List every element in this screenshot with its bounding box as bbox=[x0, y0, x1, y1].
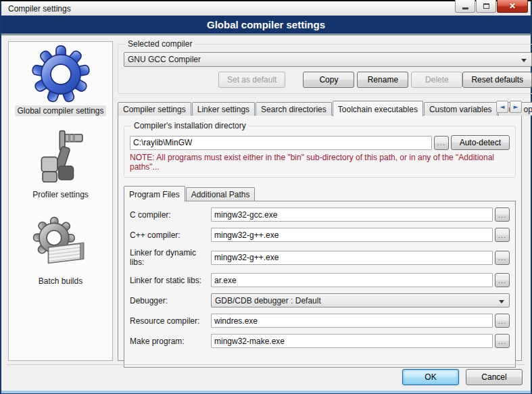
program-files-tab-strip: Program Files Additional Paths bbox=[124, 185, 516, 201]
c-compiler-row: C compiler: ... bbox=[130, 207, 510, 222]
compiler-select[interactable]: GNU GCC Compiler bbox=[124, 52, 532, 67]
c-compiler-input[interactable] bbox=[211, 207, 493, 222]
sidebar-item-profiler-settings[interactable]: Profiler settings bbox=[30, 128, 92, 200]
dynamic-linker-browse-button[interactable]: ... bbox=[495, 251, 510, 265]
debugger-select[interactable]: GDB/CDB debugger : Default bbox=[211, 293, 510, 307]
close-button[interactable]: ✕ bbox=[497, 0, 528, 13]
installation-directory-input[interactable] bbox=[130, 136, 432, 150]
make-program-input[interactable] bbox=[211, 334, 493, 348]
make-program-row: Make program: ... bbox=[130, 334, 510, 348]
settings-category-list: Global compiler settings bbox=[8, 41, 113, 361]
dynamic-linker-row: Linker for dynamic libs: ... bbox=[130, 248, 510, 267]
page-title: Global compiler settings bbox=[1, 16, 531, 34]
cpp-compiler-row: C++ compiler: ... bbox=[130, 228, 510, 242]
set-as-default-button: Set as default bbox=[218, 72, 285, 88]
rename-button[interactable]: Rename bbox=[357, 72, 408, 88]
debugger-select-value: GDB/CDB debugger : Default bbox=[215, 296, 321, 305]
tab-search-directories[interactable]: Search directories bbox=[256, 102, 332, 116]
selected-compiler-group-label: Selected compiler bbox=[125, 39, 195, 49]
installation-directory-row: ... Auto-detect bbox=[130, 135, 510, 150]
debugger-row: Debugger: GDB/CDB debugger : Default bbox=[130, 293, 510, 307]
gray-gear-papers-icon bbox=[30, 215, 92, 274]
dialog-content: Global compiler settings bbox=[1, 35, 531, 391]
tab-scroll-left-button[interactable]: ◄ bbox=[496, 101, 508, 113]
blue-gear-icon bbox=[30, 45, 92, 104]
selected-compiler-group: Selected compiler GNU GCC Compiler Set a… bbox=[118, 39, 532, 94]
static-linker-input[interactable] bbox=[211, 273, 493, 287]
cpp-compiler-input[interactable] bbox=[211, 228, 493, 242]
caliper-icon bbox=[30, 128, 92, 188]
compiler-select-value: GNU GCC Compiler bbox=[128, 55, 201, 64]
debugger-label: Debugger: bbox=[130, 296, 211, 305]
sidebar-item-label: Global compiler settings bbox=[15, 105, 105, 116]
window-title: Compiler settings bbox=[8, 4, 71, 14]
sidebar-item-global-compiler-settings[interactable]: Global compiler settings bbox=[15, 45, 105, 116]
sidebar-item-label: Batch builds bbox=[37, 276, 84, 287]
chevron-down-icon bbox=[499, 300, 504, 303]
minimize-button[interactable] bbox=[455, 0, 475, 13]
tab-scroll-buttons: ◄ ► bbox=[496, 101, 522, 113]
window-frame-edge bbox=[1, 391, 531, 393]
sidebar-item-label: Profiler settings bbox=[30, 189, 91, 200]
tab-toolchain-executables[interactable]: Toolchain executables bbox=[333, 101, 423, 116]
copy-button[interactable]: Copy bbox=[303, 72, 354, 88]
arrow-left-icon: ◄ bbox=[500, 103, 505, 110]
installation-directory-group-label: Compiler's installation directory bbox=[131, 121, 249, 130]
dynamic-linker-label: Linker for dynamic libs: bbox=[130, 248, 211, 267]
cpp-compiler-label: C++ compiler: bbox=[130, 230, 211, 240]
static-linker-browse-button[interactable]: ... bbox=[495, 273, 510, 287]
tab-scroll-right-button[interactable]: ► bbox=[510, 101, 522, 113]
dialog-footer: OK Cancel bbox=[7, 364, 525, 389]
c-compiler-label: C compiler: bbox=[130, 210, 211, 220]
cpp-compiler-browse-button[interactable]: ... bbox=[495, 228, 510, 242]
minimize-icon bbox=[462, 7, 468, 9]
resource-compiler-label: Resource compiler: bbox=[130, 316, 211, 326]
static-linker-label: Linker for static libs: bbox=[130, 276, 211, 285]
bin-subdirectory-note: NOTE: All programs must exist either in … bbox=[130, 153, 510, 172]
program-files-panel: C compiler: ... C++ compiler: ... Linker… bbox=[124, 201, 516, 368]
maximize-icon bbox=[483, 3, 489, 9]
ok-button[interactable]: OK bbox=[402, 369, 459, 385]
delete-button: Delete bbox=[411, 72, 462, 88]
window-controls: ✕ bbox=[454, 0, 528, 13]
tab-additional-paths[interactable]: Additional Paths bbox=[186, 187, 256, 201]
make-program-label: Make program: bbox=[130, 337, 211, 346]
resource-compiler-input[interactable] bbox=[211, 314, 493, 328]
titlebar[interactable]: Compiler settings bbox=[1, 1, 531, 16]
tab-custom-variables[interactable]: Custom variables bbox=[424, 102, 498, 116]
compiler-buttons-row: Set as default Copy Rename Delete Reset … bbox=[124, 72, 532, 88]
tab-compiler-settings[interactable]: Compiler settings bbox=[118, 102, 191, 116]
main-panel: Selected compiler GNU GCC Compiler Set a… bbox=[118, 39, 522, 361]
make-program-browse-button[interactable]: ... bbox=[495, 334, 510, 348]
c-compiler-browse-button[interactable]: ... bbox=[495, 207, 510, 222]
arrow-right-icon: ► bbox=[514, 103, 518, 110]
settings-tab-strip: Compiler settings Linker settings Search… bbox=[118, 100, 522, 116]
installation-directory-group: Compiler's installation directory ... Au… bbox=[124, 121, 516, 178]
compiler-settings-dialog: Compiler settings ✕ Global compiler sett… bbox=[0, 0, 532, 394]
sidebar-item-batch-builds[interactable]: Batch builds bbox=[30, 215, 92, 287]
tab-linker-settings[interactable]: Linker settings bbox=[192, 102, 255, 116]
static-linker-row: Linker for static libs: ... bbox=[130, 273, 510, 287]
chevron-down-icon bbox=[521, 59, 527, 62]
tab-program-files[interactable]: Program Files bbox=[124, 186, 185, 201]
maximize-button[interactable] bbox=[476, 0, 496, 13]
dynamic-linker-input[interactable] bbox=[211, 251, 493, 265]
resource-compiler-row: Resource compiler: ... bbox=[130, 314, 510, 328]
cancel-button[interactable]: Cancel bbox=[466, 369, 523, 385]
resource-compiler-browse-button[interactable]: ... bbox=[495, 314, 510, 328]
auto-detect-button[interactable]: Auto-detect bbox=[451, 135, 510, 150]
installation-directory-browse-button[interactable]: ... bbox=[434, 136, 449, 150]
close-icon: ✕ bbox=[509, 2, 516, 10]
reset-defaults-button[interactable]: Reset defaults bbox=[462, 72, 532, 88]
toolchain-executables-page: Compiler's installation directory ... Au… bbox=[118, 115, 522, 361]
